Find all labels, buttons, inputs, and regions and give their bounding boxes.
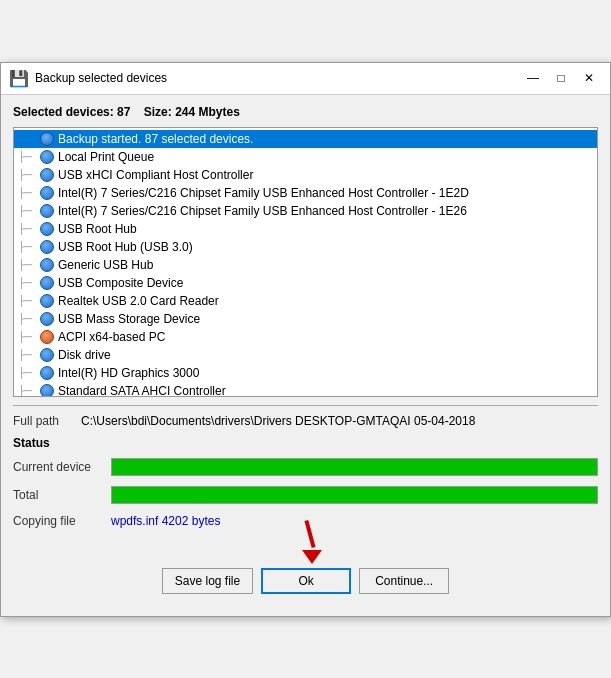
current-device-row: Current device [13,458,598,476]
window-title: Backup selected devices [35,71,167,85]
usb-icon [40,186,54,200]
copying-value: wpdfs.inf 4202 bytes [111,514,220,528]
total-label: Total [13,488,103,502]
device-list-wrapper: Backup started. 87 selected devices.├─Lo… [13,127,598,397]
device-label: Local Print Queue [58,150,154,164]
tree-prefix: ├─ [18,187,38,198]
divider [13,405,598,406]
status-section: Status Current device Total Copying file… [13,436,598,528]
usb-icon [40,240,54,254]
title-bar: 💾 Backup selected devices — □ ✕ [1,63,610,95]
device-list-item[interactable]: ├─Standard SATA AHCI Controller [14,382,597,397]
device-label: USB Mass Storage Device [58,312,200,326]
selected-count: 87 [117,105,130,119]
tree-prefix: ├─ [18,277,38,288]
device-label: ACPI x64-based PC [58,330,165,344]
device-label: Intel(R) 7 Series/C216 Chipset Family US… [58,186,469,200]
tree-prefix: ├─ [18,169,38,180]
tree-prefix: ├─ [18,151,38,162]
device-label: Generic USB Hub [58,258,153,272]
selected-devices-label: Selected devices: [13,105,114,119]
total-row: Total [13,486,598,504]
device-label: USB xHCI Compliant Host Controller [58,168,253,182]
device-list-item[interactable]: ├─Local Print Queue [14,148,597,166]
device-label: USB Root Hub [58,222,137,236]
minimize-button[interactable]: — [520,68,546,88]
device-list-item[interactable]: ├─USB Composite Device [14,274,597,292]
usb-icon [40,258,54,272]
usb-icon [40,132,54,146]
acpi-icon [40,330,54,344]
tree-prefix: ├─ [18,313,38,324]
size-value: 244 Mbytes [175,105,240,119]
size-label: Size: [144,105,172,119]
device-list-item[interactable]: ├─Generic USB Hub [14,256,597,274]
full-path-row: Full path C:\Users\bdi\Documents\drivers… [13,414,598,428]
status-title: Status [13,436,598,450]
usb-icon [40,384,54,397]
device-label: USB Composite Device [58,276,183,290]
tree-prefix: ├─ [18,259,38,270]
device-list-item[interactable]: ├─Intel(R) HD Graphics 3000 [14,364,597,382]
device-list-item[interactable]: ├─Intel(R) 7 Series/C216 Chipset Family … [14,202,597,220]
title-bar-controls: — □ ✕ [520,68,602,88]
device-list: Backup started. 87 selected devices.├─Lo… [14,128,597,397]
selected-info: Selected devices: 87 Size: 244 Mbytes [13,105,598,119]
window-content: Selected devices: 87 Size: 244 Mbytes Ba… [1,95,610,616]
tree-prefix: ├─ [18,223,38,234]
maximize-button[interactable]: □ [548,68,574,88]
full-path-label: Full path [13,414,73,428]
device-list-item[interactable]: ├─USB Mass Storage Device [14,310,597,328]
device-list-item[interactable]: ├─Realtek USB 2.0 Card Reader [14,292,597,310]
device-list-item[interactable]: ├─Intel(R) 7 Series/C216 Chipset Family … [14,184,597,202]
close-button[interactable]: ✕ [576,68,602,88]
usb-icon [40,312,54,326]
usb-icon [40,150,54,164]
title-bar-left: 💾 Backup selected devices [9,69,167,88]
usb-icon [40,348,54,362]
usb-icon [40,366,54,380]
usb-icon [40,222,54,236]
total-progress-bg [111,486,598,504]
device-label: Standard SATA AHCI Controller [58,384,226,397]
usb-icon [40,168,54,182]
tree-prefix: ├─ [18,295,38,306]
usb-icon [40,204,54,218]
total-progress-fill [112,487,597,503]
tree-prefix: ├─ [18,205,38,216]
tree-prefix: ├─ [18,349,38,360]
window-icon: 💾 [9,69,29,88]
copying-row: Copying file wpdfs.inf 4202 bytes [13,514,598,528]
device-list-item[interactable]: ├─Disk drive [14,346,597,364]
current-device-label: Current device [13,460,103,474]
device-label: Intel(R) 7 Series/C216 Chipset Family US… [58,204,467,218]
usb-icon [40,294,54,308]
tree-prefix: ├─ [18,241,38,252]
tree-prefix: ├─ [18,367,38,378]
full-path-value: C:\Users\bdi\Documents\drivers\Drivers D… [81,414,475,428]
device-list-item[interactable]: ├─USB xHCI Compliant Host Controller [14,166,597,184]
device-label: USB Root Hub (USB 3.0) [58,240,193,254]
device-label: Disk drive [58,348,111,362]
copying-label: Copying file [13,514,103,528]
ok-button[interactable]: Ok [261,568,351,594]
device-list-container[interactable]: Backup started. 87 selected devices.├─Lo… [13,127,598,397]
device-list-item[interactable]: ├─USB Root Hub [14,220,597,238]
current-device-progress-fill [112,459,597,475]
device-list-item[interactable]: ├─USB Root Hub (USB 3.0) [14,238,597,256]
device-list-item[interactable]: Backup started. 87 selected devices. [14,130,597,148]
tree-prefix: ├─ [18,385,38,396]
save-log-button[interactable]: Save log file [162,568,253,594]
device-label: Intel(R) HD Graphics 3000 [58,366,199,380]
device-label: Realtek USB 2.0 Card Reader [58,294,219,308]
tree-prefix: ├─ [18,331,38,342]
device-list-item[interactable]: ├─ACPI x64-based PC [14,328,597,346]
continue-button[interactable]: Continue... [359,568,449,594]
device-label: Backup started. 87 selected devices. [58,132,253,146]
main-window: 💾 Backup selected devices — □ ✕ Selected… [0,62,611,617]
button-row: → Save log file Ok Continue... [13,568,598,606]
current-device-progress-bg [111,458,598,476]
usb-icon [40,276,54,290]
